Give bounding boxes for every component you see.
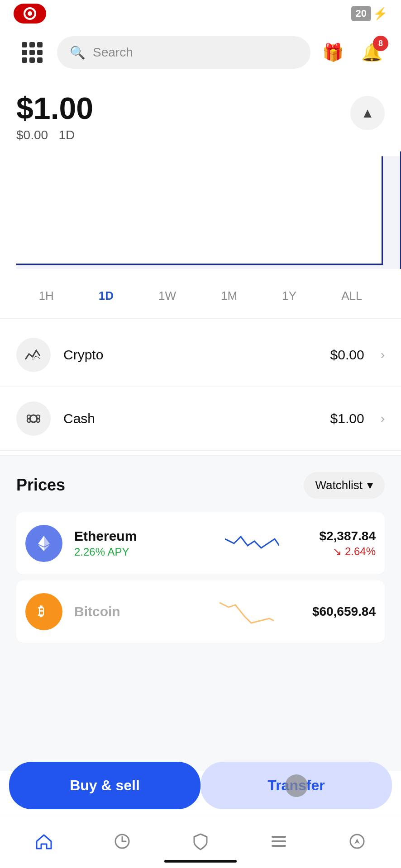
ethereum-icon [25, 525, 62, 562]
search-bar[interactable]: 🔍 Search [57, 36, 310, 69]
battery-level: 20 [356, 8, 367, 19]
prices-header: Prices Watchlist ▾ [16, 472, 385, 499]
portfolio-change: $0.00 1D [16, 128, 93, 142]
status-bar: 20 ⚡ [0, 0, 401, 27]
svg-point-4 [27, 419, 31, 422]
time-1w[interactable]: 1W [151, 284, 183, 307]
price-item-ethereum[interactable]: Ethereum 2.26% APY $2,387.84 ↘ 2.64% [16, 512, 385, 575]
time-selector: 1H 1D 1W 1M 1Y ALL [0, 274, 401, 319]
shield-icon [191, 831, 210, 851]
battery-container: 20 ⚡ [351, 6, 387, 21]
nav-security[interactable] [181, 827, 220, 856]
explore-icon [347, 831, 367, 851]
charging-icon: ⚡ [373, 7, 387, 21]
svg-marker-7 [38, 536, 44, 547]
svg-marker-6 [44, 536, 50, 547]
ethereum-change: ↘ 2.64% [319, 545, 376, 558]
portfolio-section: $1.00 $0.00 1D ▲ [0, 78, 401, 147]
notification-button[interactable]: 🔔 8 [358, 39, 385, 66]
portfolio-change-amount: $0.00 [16, 128, 48, 142]
transfer-drag-handle [285, 774, 308, 797]
bitcoin-price: $60,659.84 [312, 604, 376, 619]
nav-history[interactable] [103, 827, 141, 856]
bottom-spacer [16, 649, 385, 766]
portfolio-item-label-cash: Cash [63, 411, 318, 426]
history-icon [112, 831, 132, 851]
ethereum-apy: 2.26% APY [74, 546, 185, 558]
ethereum-mini-chart [197, 530, 308, 557]
action-buttons: Buy & sell Transfer [0, 762, 401, 809]
time-1m[interactable]: 1M [214, 284, 244, 307]
time-1h[interactable]: 1H [32, 284, 61, 307]
svg-text:₿: ₿ [38, 604, 44, 618]
battery-box: 20 [351, 6, 371, 21]
time-1y[interactable]: 1Y [275, 284, 304, 307]
collapse-button[interactable]: ▲ [350, 96, 385, 130]
nav-explore[interactable] [338, 827, 376, 856]
chevron-right-icon-cash: › [381, 411, 385, 426]
nav-home[interactable] [25, 827, 63, 856]
buy-sell-button[interactable]: Buy & sell [9, 762, 200, 809]
header-actions: 🎁 🔔 8 [320, 39, 385, 66]
time-all[interactable]: ALL [334, 284, 369, 307]
portfolio-item-crypto[interactable]: Crypto $0.00 › [0, 323, 401, 387]
portfolio-item-amount-crypto: $0.00 [330, 347, 364, 363]
portfolio-total-value: $1.00 [16, 91, 93, 125]
notification-badge: 8 [373, 36, 388, 51]
svg-rect-12 [272, 836, 286, 838]
cash-icon [16, 401, 51, 436]
menu-button[interactable] [16, 37, 48, 68]
portfolio-item-label-crypto: Crypto [63, 347, 318, 363]
bitcoin-info: Bitcoin [74, 604, 181, 619]
portfolio-item-amount-cash: $1.00 [330, 411, 364, 426]
portfolio-items: Crypto $0.00 › Cash $1.00 › [0, 319, 401, 455]
gift-button[interactable]: 🎁 [320, 39, 346, 66]
portfolio-change-period: 1D [58, 128, 75, 142]
ethereum-price-info: $2,387.84 ↘ 2.64% [319, 529, 376, 558]
app-logo [14, 4, 46, 24]
svg-rect-13 [272, 840, 286, 842]
portfolio-chart [16, 147, 401, 274]
grid-icon [22, 42, 43, 63]
nav-portfolio[interactable] [260, 827, 298, 856]
svg-marker-16 [354, 839, 360, 844]
status-right: 20 ⚡ [351, 6, 387, 21]
time-1d[interactable]: 1D [91, 284, 121, 307]
bitcoin-icon: ₿ [25, 593, 62, 630]
portfolio-item-cash[interactable]: Cash $1.00 › [0, 387, 401, 451]
bitcoin-price-info: $60,659.84 [312, 604, 376, 619]
crypto-icon [16, 338, 51, 372]
bitcoin-mini-chart [193, 598, 301, 625]
ethereum-price: $2,387.84 [319, 529, 376, 543]
ethereum-info: Ethereum 2.26% APY [74, 528, 185, 558]
prices-title: Prices [16, 476, 65, 495]
portfolio-value-group: $1.00 $0.00 1D [16, 91, 93, 142]
home-indicator [164, 860, 237, 863]
search-icon: 🔍 [70, 45, 86, 60]
search-placeholder: Search [93, 45, 298, 60]
ethereum-name: Ethereum [74, 528, 185, 544]
watchlist-label: Watchlist [315, 478, 363, 492]
watchlist-dropdown-icon: ▾ [367, 478, 373, 492]
watchlist-button[interactable]: Watchlist ▾ [304, 472, 385, 499]
list-icon [269, 831, 289, 851]
price-item-bitcoin[interactable]: ₿ Bitcoin $60,659.84 [16, 580, 385, 643]
svg-rect-14 [272, 845, 286, 847]
home-icon [34, 831, 54, 851]
bitcoin-name: Bitcoin [74, 604, 181, 619]
logo-circle [24, 7, 36, 20]
prices-section: Prices Watchlist ▾ Ethereum 2.26% APY $2… [0, 455, 401, 771]
svg-point-5 [36, 415, 40, 419]
header: 🔍 Search 🎁 🔔 8 [0, 27, 401, 78]
chevron-right-icon-crypto: › [381, 348, 385, 362]
transfer-button[interactable]: Transfer [200, 762, 392, 809]
